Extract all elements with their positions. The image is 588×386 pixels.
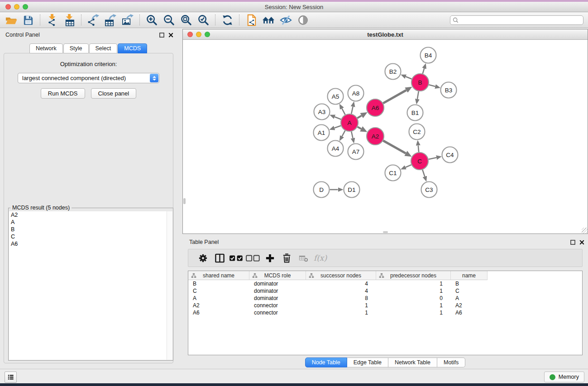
table-row[interactable]: A6connector11A6 [188, 309, 582, 316]
delete-column-button[interactable] [278, 251, 295, 265]
node-A4[interactable]: A4 [328, 141, 344, 157]
table-cell[interactable]: A [188, 295, 249, 301]
mcds-result-item[interactable]: A6 [9, 240, 167, 248]
node-C[interactable]: C [411, 152, 428, 170]
zoom-out-button[interactable] [160, 13, 177, 27]
table-cell[interactable]: 4 [306, 288, 376, 294]
table-cell[interactable]: A6 [188, 310, 249, 316]
export-table-button[interactable] [102, 13, 119, 27]
table-cell[interactable]: A2 [451, 302, 488, 309]
node-A6[interactable]: A6 [367, 99, 384, 116]
edge-C-C3[interactable] [422, 170, 425, 176]
panel-layout-button[interactable] [5, 372, 17, 383]
table-cell[interactable]: connector [249, 302, 306, 309]
node-A3[interactable]: A3 [314, 104, 330, 120]
node-A8[interactable]: A8 [348, 86, 364, 101]
float-panel-icon[interactable] [570, 240, 575, 245]
edge-A6-B[interactable] [383, 90, 406, 103]
node-C4[interactable]: C4 [442, 147, 458, 163]
network-canvas[interactable]: B4B2BB3A5A8A6A3B1AA1C2A2A4A7C4CC1C3DD1 [183, 40, 588, 234]
network-window-resize-grip[interactable] [582, 228, 588, 234]
create-column-button[interactable] [262, 251, 278, 265]
edge-C-C1[interactable] [406, 165, 411, 167]
column-header-successor-nodes[interactable]: successor nodes [306, 271, 376, 280]
node-B4[interactable]: B4 [421, 48, 436, 63]
show-columns-button[interactable] [211, 251, 228, 265]
edge-A-A5[interactable] [342, 109, 345, 114]
table-cell[interactable]: 4 [306, 281, 376, 287]
edge-A2-C[interactable] [383, 141, 406, 153]
tab-motifs[interactable]: Motifs [437, 357, 465, 367]
table-cell[interactable]: dominator [249, 295, 306, 301]
export-network-button[interactable] [85, 13, 102, 27]
node-A7[interactable]: A7 [348, 144, 364, 160]
column-header-MCDS-role[interactable]: MCDS role [249, 271, 306, 280]
node-B2[interactable]: B2 [385, 64, 401, 80]
float-panel-icon[interactable] [159, 33, 164, 38]
show-graphics-details-button[interactable] [294, 13, 311, 27]
edge-C-C2[interactable] [418, 145, 419, 152]
zoom-selected-button[interactable] [195, 13, 212, 27]
edge-B-B1[interactable] [417, 91, 419, 99]
table-cell[interactable]: 1 [376, 281, 451, 287]
tab-network[interactable]: Network [29, 43, 63, 53]
table-cell[interactable]: B [188, 281, 249, 287]
tab-mcds[interactable]: MCDS [118, 43, 147, 53]
column-header-name[interactable]: name [451, 271, 488, 280]
unselect-all-columns-button[interactable] [245, 251, 262, 265]
table-cell[interactable]: 1 [376, 310, 451, 316]
edge-A-A8[interactable] [351, 107, 353, 114]
zoom-fit-button[interactable] [177, 13, 195, 27]
run-mcds-button[interactable]: Run MCDS [41, 88, 85, 99]
column-header-shared-name[interactable]: shared name [188, 271, 249, 280]
table-cell[interactable]: B [451, 281, 488, 287]
node-A[interactable]: A [341, 114, 358, 131]
table-cell[interactable]: A [451, 295, 488, 301]
edge-B-B2[interactable] [406, 76, 411, 79]
node-A1[interactable]: A1 [314, 125, 330, 141]
node-D[interactable]: D [314, 182, 330, 198]
table-cell[interactable]: A2 [188, 302, 249, 309]
network-vertical-scrollbar-thumb[interactable] [183, 198, 186, 204]
mcds-result-scrollbar[interactable] [167, 211, 172, 360]
tab-edge-table[interactable]: Edge Table [347, 357, 388, 367]
network-window-titlebar[interactable]: testGlobe.txt [183, 29, 588, 40]
table-cell[interactable]: C [451, 288, 488, 294]
mcds-result-item[interactable]: C [9, 233, 167, 240]
hide-graphics-details-button[interactable] [277, 13, 294, 27]
node-B1[interactable]: B1 [407, 105, 423, 121]
node-C3[interactable]: C3 [421, 182, 437, 198]
criterion-dropdown[interactable]: largest connected component (directed) [18, 73, 159, 83]
table-row[interactable]: Cdominator41C [188, 287, 582, 295]
table-cell[interactable]: dominator [249, 281, 306, 287]
table-row[interactable]: A2connector11A2 [188, 302, 582, 309]
table-cell[interactable]: A6 [451, 310, 488, 316]
table-cell[interactable]: 1 [376, 302, 451, 309]
tab-style[interactable]: Style [63, 43, 89, 53]
table-cell[interactable]: connector [249, 310, 306, 316]
import-table-button[interactable] [61, 13, 78, 27]
node-C1[interactable]: C1 [385, 165, 401, 181]
edge-A-A2[interactable] [358, 127, 361, 129]
table-cell[interactable]: 1 [306, 310, 376, 316]
column-header-predecessor-nodes[interactable]: predecessor nodes [376, 271, 451, 280]
tab-network-table[interactable]: Network Table [388, 357, 437, 367]
close-panel-icon[interactable] [168, 33, 173, 38]
select-all-columns-button[interactable] [228, 251, 245, 265]
mcds-result-item[interactable]: A [9, 219, 167, 226]
node-A2[interactable]: A2 [367, 128, 384, 145]
node-D1[interactable]: D1 [344, 182, 360, 198]
tab-node-table[interactable]: Node Table [305, 357, 347, 367]
table-settings-button[interactable] [195, 251, 211, 265]
table-cell[interactable]: C [188, 288, 249, 294]
edge-A-A4[interactable] [342, 131, 345, 137]
mcds-result-item[interactable]: A2 [9, 211, 167, 219]
edge-A-A6[interactable] [357, 116, 361, 118]
close-panel-button[interactable]: Close panel [91, 88, 137, 99]
edge-A-A3[interactable] [335, 117, 341, 119]
import-network-button[interactable] [43, 13, 61, 27]
search-input[interactable] [450, 15, 583, 25]
table-cell[interactable]: 1 [306, 302, 376, 309]
new-network-from-file-button[interactable] [243, 13, 260, 27]
edge-C-C4[interactable] [429, 157, 437, 159]
